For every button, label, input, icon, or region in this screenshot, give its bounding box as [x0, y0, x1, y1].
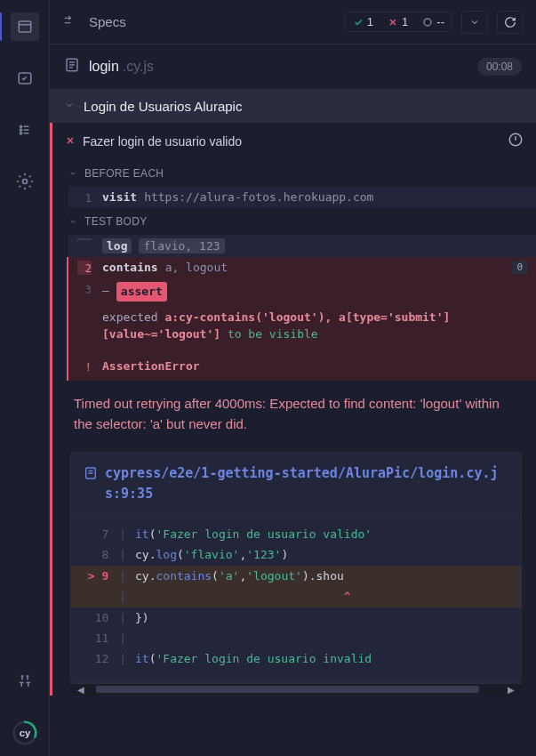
- code-frame: 7 | it('Fazer login de usuario valido' 8…: [71, 515, 521, 682]
- scroll-right-icon[interactable]: ▶: [504, 685, 518, 695]
- test-title: Fazer login de usuario valido: [83, 134, 242, 149]
- command-row[interactable]: 2 containsa, logout0: [67, 257, 536, 278]
- rail-keyboard-icon[interactable]: [11, 667, 39, 696]
- test-header[interactable]: Fazer login de usuario valido: [52, 123, 536, 160]
- test-body-header[interactable]: TEST BODY: [52, 208, 536, 235]
- svg-rect-0: [19, 21, 31, 32]
- suite-title: Login de Usuarios Alurapic: [84, 99, 242, 114]
- spec-duration: 00:08: [477, 58, 522, 76]
- rail-settings-icon[interactable]: [11, 167, 39, 196]
- error-message: Timed out retrying after 4000ms: Expecte…: [52, 381, 536, 447]
- run-stats: 1 1 --: [345, 12, 452, 32]
- cmd-name: contains: [102, 261, 158, 274]
- file-icon: [64, 57, 80, 76]
- pass-count: 1: [346, 12, 380, 31]
- fail-icon: [65, 133, 76, 149]
- cmd-name: log: [102, 238, 132, 253]
- warn-icon[interactable]: [508, 132, 524, 151]
- cmd-name: assert: [116, 282, 167, 302]
- rail-debug-icon[interactable]: [11, 116, 39, 144]
- dropdown-button[interactable]: [461, 11, 488, 34]
- spec-ext: .cy.js: [123, 59, 154, 75]
- suite-header[interactable]: Login de Usuarios Alurapic: [50, 89, 536, 123]
- svg-point-4: [20, 133, 21, 134]
- scroll-left-icon[interactable]: ◀: [74, 685, 88, 695]
- fail-count: 1: [380, 12, 415, 31]
- svg-point-8: [424, 19, 431, 26]
- svg-text:cy: cy: [19, 728, 30, 738]
- assertion-error-label: AssertionError: [102, 359, 200, 374]
- error-file-link[interactable]: cypress/e2e/1-getting-started/AluraPic/l…: [71, 453, 521, 515]
- command-row[interactable]: 3 – assert expected a:cy-contains('logou…: [67, 278, 536, 352]
- horizontal-scrollbar[interactable]: ◀ ▶: [70, 683, 522, 696]
- chevron-down-icon: [64, 98, 75, 114]
- svg-point-5: [22, 180, 27, 184]
- command-row[interactable]: 1 visithttps://alura-fotos.herokuapp.com: [68, 187, 536, 208]
- before-each-header[interactable]: BEFORE EACH: [52, 160, 536, 187]
- cmd-name: visit: [102, 190, 137, 204]
- cmd-arg: a, logout: [165, 261, 228, 274]
- rail-runs-icon[interactable]: [11, 64, 39, 92]
- cmd-arg: flavio, 123: [139, 238, 224, 253]
- collapse-icon[interactable]: [62, 13, 76, 31]
- assertion-error-row[interactable]: ! AssertionError: [67, 352, 536, 381]
- rerun-button[interactable]: [497, 11, 524, 34]
- svg-point-2: [20, 125, 21, 127]
- command-row[interactable]: logflavio, 123: [68, 235, 536, 257]
- svg-point-3: [20, 129, 21, 131]
- rail-specs-icon[interactable]: [11, 12, 39, 41]
- cmd-arg: https://alura-fotos.herokuapp.com: [144, 190, 373, 204]
- pin-badge: 0: [512, 261, 527, 274]
- spec-filename: login: [89, 59, 119, 75]
- scrollbar-thumb[interactable]: [96, 686, 479, 693]
- specs-heading: Specs: [89, 14, 126, 29]
- cypress-logo-icon: cy: [11, 719, 39, 747]
- pending-count: --: [415, 12, 452, 31]
